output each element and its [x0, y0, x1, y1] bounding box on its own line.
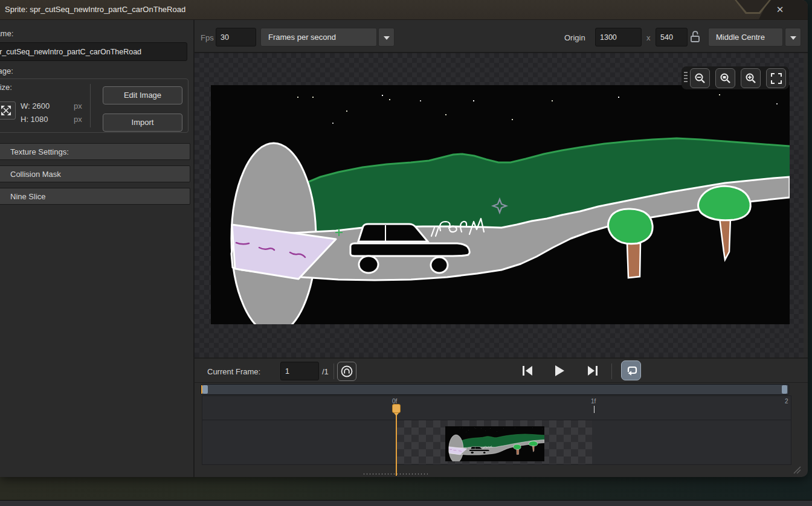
size-label: Size: [0, 82, 12, 92]
playhead-handle-tip [394, 413, 399, 416]
size-width-unit: px [74, 100, 82, 111]
origin-lock-button[interactable] [689, 30, 701, 44]
timeline-tick-1f: 1f [591, 398, 596, 405]
chevron-down-icon [790, 36, 796, 40]
current-frame-label: Current Frame: [207, 366, 260, 377]
import-button[interactable]: Import [103, 114, 182, 132]
name-input[interactable] [0, 42, 187, 61]
origin-preset-value: Middle Centre [716, 33, 765, 42]
zoom-in-icon [744, 72, 758, 85]
ruler-track-divider [202, 420, 791, 420]
skip-end-icon [585, 363, 601, 379]
zoom-reset-icon [719, 72, 732, 85]
size-divider [90, 84, 91, 127]
zoom-in-button[interactable] [741, 68, 761, 88]
onion-skin-icon [340, 364, 354, 379]
edit-image-button[interactable]: Edit Image [103, 86, 182, 104]
section-collision-mask[interactable]: Collision Mask [0, 165, 190, 182]
skip-to-start-button[interactable] [520, 363, 535, 379]
separator [611, 363, 612, 379]
loop-toggle-button[interactable] [621, 360, 641, 380]
sprite-canvas[interactable] [195, 53, 804, 357]
playhead-line [396, 413, 397, 476]
fit-canvas-button[interactable] [766, 68, 786, 88]
lock-open-icon [689, 30, 701, 44]
zoom-out-icon [694, 72, 707, 85]
section-nine-slice[interactable]: Nine Slice [0, 188, 190, 205]
separator [334, 363, 334, 379]
canvas-zoom-toolbar [682, 66, 789, 89]
fps-mode-dropdown-button[interactable] [378, 28, 395, 46]
toolbar-grip-icon[interactable] [684, 72, 688, 84]
window-resize-grip-icon[interactable] [791, 465, 802, 475]
fit-canvas-icon [770, 72, 783, 85]
origin-preset-dropdown-button[interactable] [785, 28, 801, 46]
section-label: Collision Mask [10, 170, 61, 179]
timeline-track-area[interactable]: 0f 1f 2 [202, 396, 791, 465]
fps-mode-dropdown[interactable]: Frames per second [260, 28, 377, 46]
timeline-tick-2f: 2 [785, 398, 788, 405]
chevron-down-icon [384, 36, 390, 40]
section-texture-settings[interactable]: Texture Settings: [0, 143, 190, 160]
close-icon[interactable]: ✕ [773, 3, 787, 16]
size-height-value: H: 1080 [21, 114, 48, 124]
sprite-canvas-image [211, 85, 790, 324]
skip-to-end-button[interactable] [585, 363, 601, 379]
size-height-unit: px [74, 114, 82, 124]
playhead-handle[interactable] [392, 404, 401, 413]
scrollbar-right-handle[interactable] [782, 385, 787, 394]
expand-size-icon [0, 104, 12, 117]
panel-resize-grip[interactable] [362, 473, 428, 475]
play-icon [551, 363, 567, 379]
onion-skin-button[interactable] [337, 362, 356, 381]
screen: Sprite: spr_cutSeq_newIntro_partC_carOnT… [0, 0, 812, 506]
timeline-scrollbar[interactable] [201, 384, 789, 395]
loop-icon [623, 362, 639, 379]
origin-y-input[interactable] [656, 28, 688, 46]
origin-separator: x [646, 32, 651, 43]
frame-thumbnail[interactable] [445, 426, 544, 461]
sprite-editor-window: Sprite: spr_cutSeq_newIntro_partC_carOnT… [0, 0, 808, 477]
canvas-playback-divider [195, 357, 808, 359]
window-title: Sprite: spr_cutSeq_newIntro_partC_carOnT… [5, 5, 185, 14]
current-frame-input[interactable] [280, 362, 319, 380]
frame-cell[interactable] [397, 420, 592, 464]
name-label: Name: [0, 28, 13, 39]
zoom-reset-button[interactable] [715, 68, 735, 88]
fps-input[interactable] [216, 28, 256, 46]
origin-preset-dropdown[interactable]: Middle Centre [708, 28, 783, 46]
zoom-out-button[interactable] [690, 68, 710, 88]
timeline-tick-mark [594, 406, 594, 413]
skip-start-icon [520, 363, 535, 379]
fps-mode-value: Frames per second [268, 33, 336, 42]
os-taskbar-edge [0, 500, 812, 506]
size-link-button[interactable] [0, 101, 16, 120]
section-label: Nine Slice [10, 192, 46, 201]
frame-total-label: /1 [322, 366, 329, 377]
playback-timeline-divider [195, 382, 808, 383]
image-label: Image: [0, 65, 13, 76]
window-titlebar[interactable]: Sprite: spr_cutSeq_newIntro_partC_carOnT… [0, 0, 808, 20]
fps-label: Fps [201, 32, 214, 43]
origin-label: Origin [564, 32, 585, 43]
origin-x-input[interactable] [595, 28, 642, 46]
section-label: Texture Settings: [10, 147, 69, 156]
play-button[interactable] [551, 363, 567, 379]
scrollbar-left-handle[interactable] [202, 385, 208, 394]
size-width-value: W: 2600 [21, 100, 50, 111]
